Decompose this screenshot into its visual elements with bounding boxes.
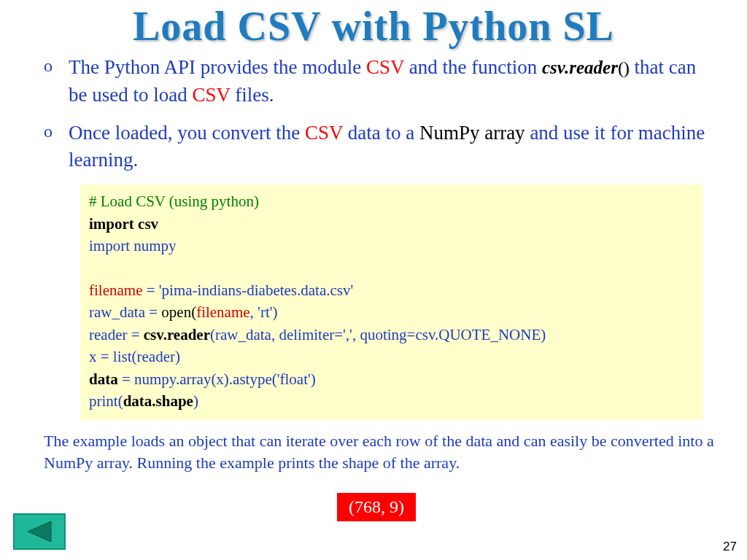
bullet-marker: o <box>44 54 55 109</box>
text-keyword-csv: CSV <box>192 84 230 106</box>
text-run: Once loaded, you convert the <box>69 122 305 144</box>
code-line: import csv <box>89 213 694 235</box>
bullet-marker: o <box>44 120 55 175</box>
code-text: raw_data = <box>89 303 161 321</box>
code-text: = numpy.array(x).astype('float') <box>118 370 316 388</box>
code-var: data <box>89 370 118 388</box>
code-func: csv.reader <box>144 326 210 343</box>
svg-marker-0 <box>28 521 51 542</box>
code-text: (raw_data, delimiter=',', quoting=csv.QU… <box>210 326 546 343</box>
bullet-list: o The Python API provides the module CSV… <box>0 50 747 174</box>
code-line: x = list(reader) <box>89 346 694 368</box>
code-func: open( <box>161 303 196 321</box>
code-block: # Load CSV (using python) import csv imp… <box>80 184 703 419</box>
text-numpy-array: NumPy array <box>419 122 525 144</box>
code-text: ) <box>193 392 198 410</box>
code-blank-line <box>89 257 694 279</box>
code-line: import numpy <box>89 235 694 257</box>
text-run: data to a <box>343 122 419 144</box>
text-keyword-csv: CSV <box>366 56 404 78</box>
text-run: files. <box>231 84 274 106</box>
page-number: 27 <box>723 540 737 554</box>
back-button[interactable] <box>13 513 66 550</box>
code-line: print(data.shape) <box>89 390 694 412</box>
code-string: 'pima-indians-diabetes.data.csv' <box>159 281 353 299</box>
output-badge: (768, 9) <box>337 493 416 521</box>
caption-text: The example loads an object that can ite… <box>0 420 747 475</box>
code-text: , 'rt') <box>250 303 278 321</box>
bullet-item: o Once loaded, you convert the CSV data … <box>44 120 718 175</box>
code-line: filename = 'pima-indians-diabetes.data.c… <box>89 279 694 301</box>
bullet-text: The Python API provides the module CSV a… <box>69 54 718 109</box>
bullet-text: Once loaded, you convert the CSV data to… <box>69 120 718 175</box>
text-run: and the function <box>404 56 542 78</box>
code-line: raw_data = open(filename, 'rt') <box>89 301 694 323</box>
code-comment: # Load CSV (using python) <box>89 190 694 212</box>
code-var: filename <box>89 281 142 299</box>
code-text: reader = <box>89 326 144 343</box>
code-eq: = <box>142 281 158 299</box>
text-parens: () <box>618 58 630 77</box>
bullet-item: o The Python API provides the module CSV… <box>44 54 718 109</box>
text-run: The Python API provides the module <box>69 56 366 78</box>
code-func: print( <box>89 392 123 410</box>
triangle-left-icon <box>25 520 54 543</box>
code-var: filename <box>196 303 249 321</box>
code-line: data = numpy.array(x).astype('float') <box>89 368 694 390</box>
text-function-name: csv.reader <box>542 58 618 77</box>
code-attr: data.shape <box>123 392 193 410</box>
code-line: reader = csv.reader(raw_data, delimiter=… <box>89 324 694 346</box>
slide-title: Load CSV with Python SL <box>0 0 747 50</box>
text-keyword-csv: CSV <box>305 122 343 144</box>
